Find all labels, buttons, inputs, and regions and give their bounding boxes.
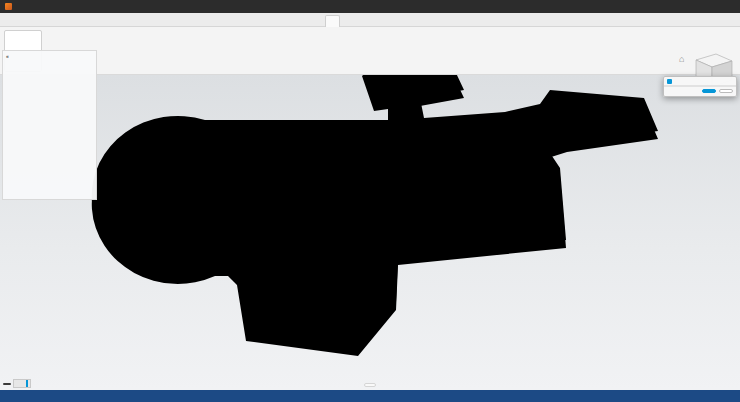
document-tab[interactable] — [325, 15, 340, 27]
ribbon-toolbar — [0, 27, 740, 75]
model-top-face[interactable] — [92, 75, 658, 348]
cancel-button[interactable] — [719, 89, 733, 93]
home-view-icon[interactable]: ⌂ — [679, 54, 684, 64]
os-taskbar — [0, 390, 740, 402]
file-tab-bar — [0, 13, 740, 27]
browser-panel: « — [2, 50, 97, 200]
navigation-bar — [364, 383, 376, 387]
title-bar — [0, 0, 740, 13]
ok-button[interactable] — [702, 89, 716, 93]
flange-dialog — [663, 76, 737, 97]
collapse-icon[interactable]: « — [6, 53, 9, 59]
model-viewport[interactable] — [0, 75, 740, 390]
fusion-app-icon — [5, 3, 12, 10]
timeline-playback-controls — [3, 383, 11, 385]
timeline-track[interactable] — [13, 379, 31, 388]
modeling-canvas[interactable] — [0, 75, 740, 390]
timeline-position-marker[interactable] — [26, 380, 28, 387]
timeline — [3, 379, 31, 388]
dialog-header[interactable] — [664, 77, 736, 86]
pcb-model[interactable] — [92, 75, 658, 356]
flange-command-icon — [667, 79, 672, 84]
